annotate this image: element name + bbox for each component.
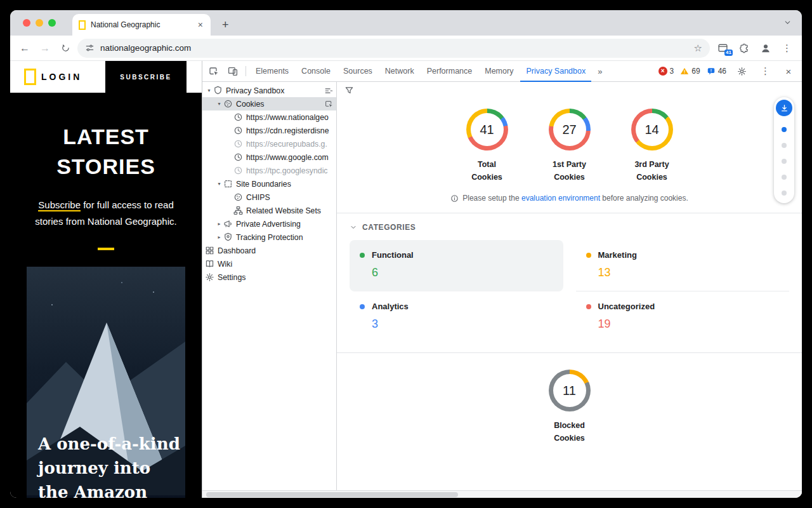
- login-button[interactable]: LOGIN: [41, 72, 82, 82]
- profile-avatar-icon[interactable]: [757, 40, 775, 57]
- tree-item-url-registerdisney[interactable]: https://cdn.registerdisne: [202, 124, 336, 137]
- tab-sources[interactable]: Sources: [337, 61, 378, 82]
- site-settings-icon[interactable]: [85, 43, 95, 53]
- category-functional[interactable]: Functional 6: [350, 240, 563, 291]
- minimize-window-button[interactable]: [36, 19, 43, 27]
- panel-menu-icon[interactable]: [324, 86, 333, 95]
- forward-icon[interactable]: →: [37, 40, 53, 57]
- caret-right-icon[interactable]: ▸: [215, 234, 223, 240]
- warning-counter[interactable]: 69: [680, 67, 700, 76]
- categories-chevron-icon[interactable]: [350, 224, 357, 231]
- tree-item-dashboard[interactable]: Dashboard: [202, 244, 336, 257]
- tab-elements[interactable]: Elements: [250, 61, 294, 82]
- privacy-sandbox-tree: ▾ Privacy Sandbox ▾ Cookies: [202, 82, 337, 490]
- scrollbar-thumb[interactable]: [206, 492, 458, 497]
- devtools-panel: Elements Console Sources Network Perform…: [202, 61, 802, 498]
- caret-down-icon[interactable]: ▾: [205, 88, 213, 93]
- warning-icon: [680, 67, 689, 76]
- reload-icon[interactable]: [57, 40, 74, 57]
- shield-icon: [213, 86, 223, 95]
- device-toolbar-icon[interactable]: [224, 63, 242, 79]
- devtools-settings-gear-icon[interactable]: [733, 63, 750, 79]
- zoom-window-button[interactable]: [48, 19, 56, 27]
- subscribe-link[interactable]: Subscribe: [38, 199, 81, 211]
- promo-text: Subscribe for full access to read storie…: [35, 197, 176, 230]
- clock-icon: [233, 166, 243, 175]
- back-icon[interactable]: ←: [16, 40, 33, 57]
- devtools-close-icon[interactable]: ×: [780, 63, 797, 79]
- address-bar[interactable]: nationalgeographic.com ☆: [77, 39, 710, 58]
- tree-item-privacy-sandbox[interactable]: ▾ Privacy Sandbox: [202, 84, 336, 97]
- pager-dot[interactable]: [782, 190, 787, 196]
- element-picker-icon[interactable]: [325, 100, 333, 108]
- subscribe-button[interactable]: SUBSCRIBE: [105, 61, 187, 93]
- blocked-cookies-donut: 11 Blocked Cookies: [547, 370, 593, 444]
- tree-item-related-website-sets[interactable]: Related Website Sets: [202, 204, 336, 217]
- categories-header[interactable]: CATEGORIES: [337, 213, 802, 240]
- tab-close-icon[interactable]: ×: [195, 20, 206, 30]
- new-tab-button[interactable]: +: [218, 18, 233, 32]
- close-window-button[interactable]: [23, 19, 30, 27]
- divider: [246, 66, 246, 76]
- tree-item-url-nationalgeographic[interactable]: https://www.nationalgeo: [202, 110, 336, 124]
- tab-performance[interactable]: Performance: [421, 61, 478, 82]
- more-tabs-icon[interactable]: »: [593, 67, 607, 76]
- story-title[interactable]: A one-of-a-kind journey into the Amazon: [38, 432, 181, 498]
- pager-dot[interactable]: [782, 143, 787, 148]
- category-marketing[interactable]: Marketing 13: [576, 240, 790, 291]
- pager-dot[interactable]: [782, 175, 787, 180]
- caret-right-icon[interactable]: ▸: [215, 221, 223, 227]
- tree-item-settings[interactable]: Settings: [202, 271, 336, 284]
- error-icon: ×: [658, 67, 667, 76]
- tab-search-chevron-icon[interactable]: [783, 18, 792, 29]
- download-button[interactable]: [776, 100, 792, 116]
- inspect-icon[interactable]: [205, 63, 223, 79]
- wiki-book-icon: [205, 259, 214, 269]
- donut-label: Total Cookies: [464, 158, 510, 184]
- cookie-donuts: 41 Total Cookies 27 1st Party Cookies: [337, 109, 802, 184]
- devtools-menu-kebab-icon[interactable]: ⋮: [757, 65, 774, 77]
- bookmark-star-icon[interactable]: ☆: [694, 43, 702, 54]
- error-counter[interactable]: × 3: [658, 67, 674, 76]
- tree-item-url-securepubads[interactable]: https://securepubads.g.: [202, 137, 336, 150]
- tree-item-wiki[interactable]: Wiki: [202, 257, 336, 271]
- url-text[interactable]: nationalgeographic.com: [100, 43, 688, 53]
- story-image[interactable]: A one-of-a-kind journey into the Amazon: [27, 267, 185, 498]
- donut-ring: 41: [466, 109, 508, 150]
- tab-console[interactable]: Console: [296, 61, 336, 82]
- tab-memory[interactable]: Memory: [479, 61, 519, 82]
- extension-badge: 41: [724, 50, 733, 56]
- category-count: 6: [372, 266, 553, 279]
- natgeo-logo-icon[interactable]: [24, 69, 36, 85]
- evaluation-environment-link[interactable]: evaluation environment: [521, 194, 600, 203]
- caret-down-icon[interactable]: ▾: [215, 101, 223, 107]
- browser-tab[interactable]: National Geographic ×: [72, 14, 211, 36]
- tree-item-private-advertising[interactable]: ▸ Private Advertising: [202, 217, 336, 231]
- browser-menu-kebab-icon[interactable]: ⋮: [778, 43, 796, 54]
- tree-item-tracking-protection[interactable]: ▸ Tracking Protection: [202, 231, 336, 244]
- tree-item-url-googlesyndication[interactable]: https://tpc.googlesyndic: [202, 164, 336, 177]
- horizontal-scrollbar[interactable]: [202, 490, 802, 498]
- filter-funnel-icon[interactable]: [344, 86, 354, 95]
- tree-item-site-boundaries[interactable]: ▾ Site Boundaries: [202, 177, 336, 190]
- tree-item-chips[interactable]: CHIPS: [202, 190, 336, 204]
- cookie-extension-button[interactable]: 41: [714, 40, 731, 57]
- natgeo-favicon-icon: [79, 20, 86, 30]
- pager-dot[interactable]: [782, 127, 787, 132]
- category-analytics[interactable]: Analytics 3: [350, 291, 563, 342]
- info-icon: [450, 194, 459, 203]
- caret-down-icon[interactable]: ▾: [215, 181, 223, 187]
- issues-counter[interactable]: 46: [707, 67, 726, 76]
- tab-network[interactable]: Network: [379, 61, 420, 82]
- pager-dot[interactable]: [782, 159, 787, 164]
- category-count: 19: [598, 318, 780, 331]
- clock-icon: [233, 152, 243, 162]
- tree-item-cookies[interactable]: ▾ Cookies: [202, 97, 336, 110]
- category-uncategorized[interactable]: Uncategorized 19: [576, 291, 790, 342]
- donut-label: Blocked Cookies: [547, 419, 593, 444]
- extensions-puzzle-icon[interactable]: [735, 40, 753, 57]
- yellow-divider: [98, 248, 114, 250]
- category-dot: [360, 253, 365, 258]
- tab-privacy-sandbox[interactable]: Privacy Sandbox: [520, 61, 591, 82]
- tree-item-url-google[interactable]: https://www.google.com: [202, 150, 336, 164]
